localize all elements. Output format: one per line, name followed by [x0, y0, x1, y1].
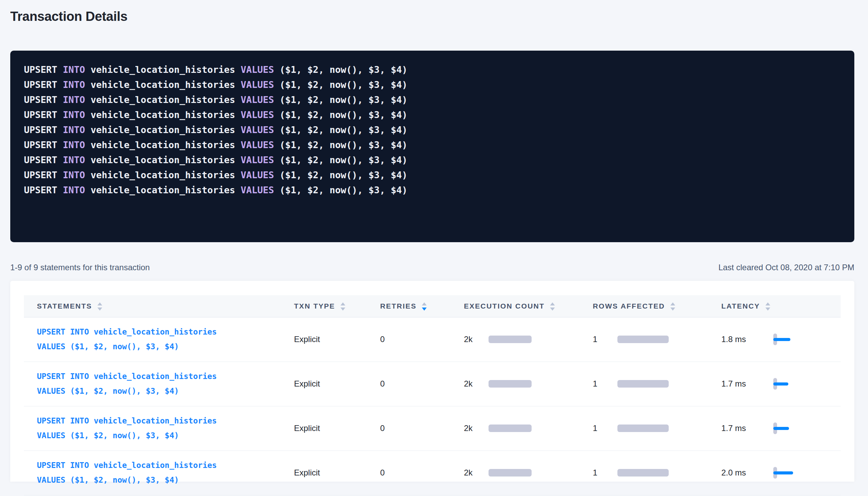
- txn-type-cell: Explicit: [294, 451, 380, 495]
- statement-cell: UPSERT INTO vehicle_location_historiesVA…: [24, 406, 294, 451]
- sql-keyword: INTO: [63, 185, 91, 195]
- sort-desc-icon: [97, 308, 102, 311]
- column-header-statements[interactable]: STATEMENTS: [24, 295, 294, 317]
- retries-cell: 0: [380, 362, 464, 406]
- latency-value: 1.8 ms: [721, 335, 773, 344]
- table-row: UPSERT INTO vehicle_location_historiesVA…: [24, 451, 841, 495]
- execution-count-value: 2k: [464, 423, 489, 433]
- statement-link[interactable]: UPSERT INTO vehicle_location_historiesVA…: [37, 458, 294, 487]
- column-header-latency[interactable]: LATENCY: [721, 295, 841, 317]
- rows-affected-cell: 1: [593, 317, 721, 362]
- sql-text: vehicle_location_histories: [91, 185, 241, 195]
- sql-text: vehicle_location_histories: [91, 79, 241, 90]
- table-header-row: STATEMENTS TXN TYPE RETRIES: [24, 295, 841, 317]
- execution-count-bar: [489, 336, 532, 343]
- sql-text: UPSERT: [24, 64, 63, 75]
- column-header-txn-type[interactable]: TXN TYPE: [294, 295, 380, 317]
- sql-keyword: INTO: [63, 94, 91, 105]
- column-header-rows-affected[interactable]: ROWS AFFECTED: [593, 295, 721, 317]
- latency-value: 1.7 ms: [721, 423, 773, 433]
- statement-link[interactable]: UPSERT INTO vehicle_location_historiesVA…: [37, 325, 294, 354]
- statement-cell: UPSERT INTO vehicle_location_historiesVA…: [24, 362, 294, 406]
- sql-keyword: INTO: [63, 170, 91, 180]
- sql-text: UPSERT: [24, 170, 63, 180]
- latency-bar: [773, 338, 790, 341]
- sort-desc-icon: [765, 308, 770, 311]
- sql-text: UPSERT: [24, 140, 63, 150]
- execution-count-bar: [489, 469, 532, 477]
- rows-affected-value: 1: [593, 423, 617, 433]
- sort-icons: [97, 302, 102, 311]
- sort-desc-icon: [422, 308, 427, 311]
- sql-keyword: VALUES: [241, 109, 280, 120]
- statement-link[interactable]: UPSERT INTO vehicle_location_historiesVA…: [37, 369, 294, 399]
- sql-text: UPSERT: [24, 79, 63, 90]
- column-label: TXN TYPE: [294, 302, 335, 310]
- last-cleared-label: Last cleared Oct 08, 2020 at 7:10 PM: [718, 263, 854, 272]
- sql-text: vehicle_location_histories: [91, 94, 241, 105]
- latency-bar-chart: [773, 422, 801, 435]
- sql-statement-line: UPSERT INTO vehicle_location_histories V…: [24, 183, 841, 198]
- sql-keyword: INTO: [63, 79, 91, 90]
- sort-icons: [670, 302, 675, 311]
- sql-keyword: VALUES: [241, 170, 280, 180]
- rows-affected-value: 1: [593, 468, 617, 478]
- sort-asc-icon: [97, 302, 102, 305]
- page-title: Transaction Details: [10, 8, 854, 25]
- sql-text: UPSERT: [24, 94, 63, 105]
- txn-type-cell: Explicit: [294, 406, 380, 451]
- sql-keyword: INTO: [63, 64, 91, 75]
- rows-affected-value: 1: [593, 335, 617, 344]
- column-label: LATENCY: [721, 302, 760, 310]
- latency-bar-chart: [773, 333, 801, 346]
- sql-text: ($1, $2, now(), $3, $4): [280, 64, 408, 75]
- column-header-retries[interactable]: RETRIES: [380, 295, 464, 317]
- sql-code-block: UPSERT INTO vehicle_location_histories V…: [10, 51, 854, 242]
- sort-asc-icon: [340, 302, 345, 305]
- sort-asc-icon: [765, 302, 770, 305]
- latency-value: 1.7 ms: [721, 379, 773, 389]
- execution-count-cell: 2k: [464, 451, 593, 495]
- sql-code-lines: UPSERT INTO vehicle_location_histories V…: [24, 62, 841, 198]
- table-row: UPSERT INTO vehicle_location_historiesVA…: [24, 362, 841, 406]
- sort-desc-icon: [340, 308, 345, 311]
- rows-affected-bar: [617, 469, 669, 477]
- statements-table-card: STATEMENTS TXN TYPE RETRIES: [10, 281, 854, 482]
- execution-count-value: 2k: [464, 468, 489, 478]
- sql-keyword: VALUES: [241, 155, 280, 165]
- retries-cell: 0: [380, 317, 464, 362]
- sql-text: UPSERT: [24, 125, 63, 135]
- sql-text: ($1, $2, now(), $3, $4): [280, 140, 408, 150]
- retries-cell: 0: [380, 451, 464, 495]
- latency-cell: 1.7 ms: [721, 362, 841, 406]
- transaction-details-page: Transaction Details UPSERT INTO vehicle_…: [0, 0, 868, 482]
- column-label: RETRIES: [380, 302, 416, 310]
- sql-keyword: VALUES: [241, 125, 280, 135]
- sql-keyword: INTO: [63, 140, 91, 150]
- statement-link[interactable]: UPSERT INTO vehicle_location_historiesVA…: [37, 414, 294, 443]
- sql-text: vehicle_location_histories: [91, 64, 241, 75]
- sql-keyword: VALUES: [241, 64, 280, 75]
- sql-statement-line: UPSERT INTO vehicle_location_histories V…: [24, 77, 841, 92]
- latency-cell: 1.8 ms: [721, 317, 841, 362]
- sql-text: ($1, $2, now(), $3, $4): [280, 94, 408, 105]
- column-header-execution-count[interactable]: EXECUTION COUNT: [464, 295, 593, 317]
- sort-icons: [550, 302, 555, 311]
- rows-affected-bar: [617, 380, 669, 388]
- sql-keyword: VALUES: [241, 79, 280, 90]
- sql-text: ($1, $2, now(), $3, $4): [280, 109, 408, 120]
- sql-keyword: VALUES: [241, 185, 280, 195]
- sql-statement-line: UPSERT INTO vehicle_location_histories V…: [24, 153, 841, 168]
- latency-cell: 2.0 ms: [721, 451, 841, 495]
- sql-text: ($1, $2, now(), $3, $4): [280, 170, 408, 180]
- column-label: EXECUTION COUNT: [464, 302, 545, 310]
- latency-bar: [773, 427, 789, 430]
- sql-statement-line: UPSERT INTO vehicle_location_histories V…: [24, 168, 841, 183]
- latency-bar-chart: [773, 377, 801, 390]
- sort-asc-icon: [670, 302, 675, 305]
- execution-count-cell: 2k: [464, 317, 593, 362]
- sort-icons: [765, 302, 770, 311]
- sql-text: ($1, $2, now(), $3, $4): [280, 125, 408, 135]
- sql-text: UPSERT: [24, 109, 63, 120]
- latency-bar-chart: [773, 466, 801, 479]
